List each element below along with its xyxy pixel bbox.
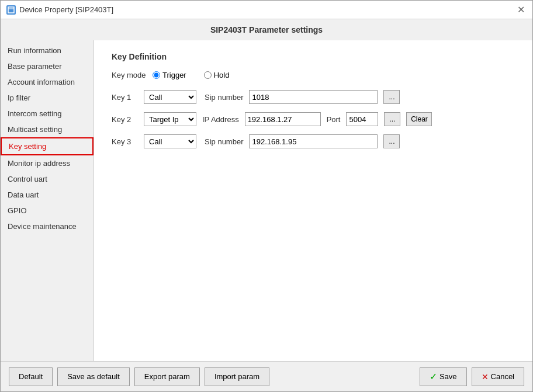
hold-radio-label[interactable]: Hold — [204, 71, 230, 79]
sidebar-item-account-information[interactable]: Account information — [1, 74, 94, 90]
cancel-button[interactable]: ✕ Cancel — [472, 367, 524, 386]
dialog-header: SIP2403T Parameter settings — [1, 19, 532, 40]
sidebar-item-gpio[interactable]: GPIO — [1, 203, 94, 218]
key3-sip-label: Sip number — [205, 137, 243, 146]
key3-ellipsis-btn[interactable]: ... — [383, 134, 400, 148]
key1-row: Key 1 Call Target Ip Sip number ... — [112, 90, 515, 104]
sidebar-item-intercom-setting[interactable]: Intercom setting — [1, 106, 94, 122]
sidebar-item-run-information[interactable]: Run information — [1, 43, 94, 58]
key1-ellipsis-btn[interactable]: ... — [383, 90, 400, 104]
import-param-button[interactable]: Import param — [205, 367, 269, 386]
key1-sip-label: Sip number — [205, 93, 243, 102]
key3-sip-input[interactable] — [249, 134, 378, 148]
trigger-label: Trigger — [162, 71, 186, 79]
key3-label: Key 3 — [112, 137, 138, 146]
sidebar-item-base-parameter[interactable]: Base parameter — [1, 58, 94, 74]
key3-row: Key 3 Call Target Ip Sip number ... — [112, 134, 515, 148]
content-area: Run information Base parameter Account i… — [1, 40, 532, 361]
sidebar-item-monitor-ip-address[interactable]: Monitor ip address — [1, 155, 94, 171]
key2-ellipsis-btn[interactable]: ... — [384, 112, 400, 126]
cancel-x-icon: ✕ — [482, 372, 489, 381]
sidebar-item-device-maintenance[interactable]: Device maintenance — [1, 218, 94, 234]
window-title: Device Property [SIP2403T] — [19, 5, 113, 14]
window-icon — [6, 5, 16, 15]
key2-port-input[interactable] — [346, 112, 378, 126]
save-button[interactable]: ✓ Save — [420, 367, 467, 386]
key1-type-select[interactable]: Call Target Ip — [144, 90, 196, 104]
default-button[interactable]: Default — [9, 367, 53, 386]
bottom-right-buttons: ✓ Save ✕ Cancel — [420, 367, 524, 386]
save-check-icon: ✓ — [430, 371, 437, 382]
key3-type-select[interactable]: Call Target Ip — [144, 134, 196, 148]
window: Device Property [SIP2403T] ✕ SIP2403T Pa… — [0, 0, 533, 392]
key1-sip-input[interactable] — [249, 90, 378, 104]
hold-label: Hold — [214, 71, 230, 79]
save-as-default-button[interactable]: Save as default — [57, 367, 130, 386]
bottom-bar: Default Save as default Export param Imp… — [1, 361, 532, 391]
key2-type-select[interactable]: Call Target Ip — [144, 112, 196, 126]
svg-rect-0 — [8, 7, 14, 13]
trigger-radio[interactable] — [153, 71, 160, 79]
sidebar-item-multicast-setting[interactable]: Multicast setting — [1, 122, 94, 137]
radio-group-key-mode: Trigger Hold — [153, 71, 229, 79]
export-param-button[interactable]: Export param — [134, 367, 200, 386]
title-bar-left: Device Property [SIP2403T] — [6, 5, 113, 15]
key2-ip-input[interactable] — [245, 112, 321, 126]
key1-label: Key 1 — [112, 93, 138, 102]
section-title: Key Definition — [112, 52, 515, 61]
main-panel: Key Definition Key mode Trigger Hold — [94, 40, 532, 361]
bottom-left-buttons: Default Save as default Export param Imp… — [9, 367, 269, 386]
key2-port-label: Port — [327, 115, 341, 124]
key2-label: Key 2 — [112, 115, 138, 124]
key-mode-label: Key mode — [112, 71, 147, 79]
sidebar-item-key-setting[interactable]: Key setting — [1, 137, 94, 155]
key2-clear-btn[interactable]: Clear — [406, 112, 432, 126]
sidebar: Run information Base parameter Account i… — [1, 40, 94, 361]
key2-row: Key 2 Call Target Ip IP Address Port ...… — [112, 112, 515, 126]
sidebar-item-data-uart[interactable]: Data uart — [1, 187, 94, 203]
trigger-radio-label[interactable]: Trigger — [153, 71, 186, 79]
close-button[interactable]: ✕ — [515, 4, 527, 16]
sidebar-item-control-uart[interactable]: Control uart — [1, 171, 94, 187]
sidebar-item-ip-filter[interactable]: Ip filter — [1, 90, 94, 106]
key2-ip-label: IP Address — [202, 115, 239, 124]
key-mode-row: Key mode Trigger Hold — [112, 71, 515, 79]
title-bar: Device Property [SIP2403T] ✕ — [1, 1, 532, 19]
hold-radio[interactable] — [204, 71, 212, 79]
